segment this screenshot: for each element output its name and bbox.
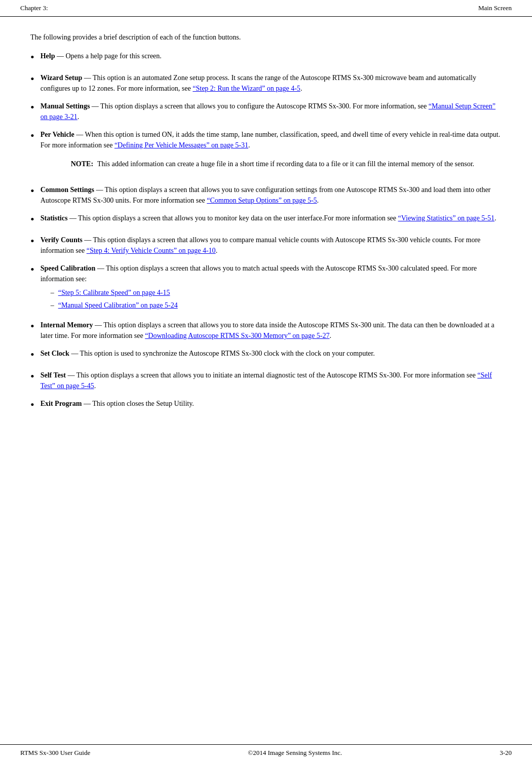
bullet-content: Speed Calibration — This option displays… bbox=[41, 263, 502, 313]
bullet-content: Statistics — This option displays a scre… bbox=[41, 213, 502, 223]
term-speed-calibration: Speed Calibration bbox=[41, 264, 96, 272]
bullet-content: Manual Settings — This option displays a… bbox=[41, 101, 502, 122]
header-right: Main Screen bbox=[478, 4, 512, 12]
list-item: • Speed Calibration — This option displa… bbox=[30, 263, 502, 313]
text-verify-counts-after: . bbox=[216, 247, 218, 254]
bullet-content: Verify Counts — This option displays a s… bbox=[41, 235, 502, 256]
link-per-vehicle[interactable]: “Defining Per Vehicle Messages” on page … bbox=[115, 141, 248, 149]
bullet-dot: • bbox=[30, 70, 34, 87]
sub-list-item: – “Manual Speed Calibration” on page 5-2… bbox=[51, 300, 502, 311]
list-item: • Exit Program — This option closes the … bbox=[30, 398, 502, 413]
term-statistics: Statistics bbox=[41, 214, 68, 222]
text-wizard-setup-after: . bbox=[300, 85, 302, 92]
text-help: — Opens a help page for this screen. bbox=[57, 52, 162, 60]
bullet-dot: • bbox=[30, 211, 34, 227]
bullet-dot: • bbox=[30, 396, 34, 413]
term-manual-settings: Manual Settings bbox=[41, 102, 90, 110]
text-per-vehicle: — When this option is turned ON, it adds… bbox=[41, 131, 501, 149]
bullet-content: Exit Program — This option closes the Se… bbox=[41, 398, 502, 409]
bullet-content: Self Test — This option displays a scree… bbox=[41, 370, 502, 391]
term-help: Help bbox=[41, 52, 55, 60]
list-item: • Set Clock — This option is used to syn… bbox=[30, 348, 502, 363]
footer-right: 3-20 bbox=[500, 749, 512, 757]
bullet-dot: • bbox=[30, 261, 34, 278]
term-verify-counts: Verify Counts bbox=[41, 236, 83, 244]
link-internal-memory[interactable]: “Downloading Autoscope RTMS Sx-300 Memor… bbox=[145, 332, 329, 339]
text-statistics: — This option displays a screen that all… bbox=[69, 214, 398, 222]
list-item: • Manual Settings — This option displays… bbox=[30, 101, 502, 122]
bullet-content: Per Vehicle — When this option is turned… bbox=[41, 129, 502, 177]
link-common-settings[interactable]: “Common Setup Options” on page 5-5 bbox=[207, 197, 317, 204]
speed-calibration-sublist: – “Step 5: Calibrate Speed” on page 4-15… bbox=[51, 287, 502, 311]
footer-left: RTMS Sx-300 User Guide bbox=[20, 749, 90, 757]
text-manual-settings-after: . bbox=[78, 113, 80, 121]
text-common-settings-after: . bbox=[317, 197, 319, 204]
bullet-dot: • bbox=[30, 99, 34, 116]
bullet-dot: • bbox=[30, 233, 34, 249]
sub-list-item: – “Step 5: Calibrate Speed” on page 4-15 bbox=[51, 287, 502, 298]
link-wizard-setup[interactable]: “Step 2: Run the Wizard” on page 4-5 bbox=[193, 85, 300, 92]
sub-dash: – bbox=[51, 300, 54, 311]
term-common-settings: Common Settings bbox=[41, 186, 94, 194]
list-item: • Statistics — This option displays a sc… bbox=[30, 213, 502, 227]
bullet-dot: • bbox=[30, 49, 34, 65]
text-exit-program: — This option closes the Setup Utility. bbox=[84, 400, 194, 407]
list-item: • Common Settings — This option displays… bbox=[30, 184, 502, 206]
term-per-vehicle: Per Vehicle bbox=[41, 131, 74, 138]
bullet-content: Help — Opens a help page for this screen… bbox=[41, 51, 502, 61]
link-verify-counts[interactable]: “Step 4: Verify Vehicle Counts” on page … bbox=[87, 247, 216, 254]
list-item: • Help — Opens a help page for this scre… bbox=[30, 51, 502, 65]
text-self-test-after: . bbox=[94, 382, 96, 390]
page-footer: RTMS Sx-300 User Guide ©2014 Image Sensi… bbox=[0, 744, 532, 761]
page-content: The following provides a brief descripti… bbox=[0, 17, 532, 450]
bullet-dot: • bbox=[30, 346, 34, 363]
bullet-dot: • bbox=[30, 318, 34, 334]
text-statistics-after: . bbox=[495, 214, 497, 222]
bullet-content: Set Clock — This option is used to synch… bbox=[41, 348, 502, 359]
bullet-dot: • bbox=[30, 368, 34, 385]
note-content: This added information can create a huge… bbox=[97, 159, 474, 169]
header-left: Chapter 3: bbox=[20, 4, 48, 12]
term-wizard-setup: Wizard Setup bbox=[41, 74, 83, 82]
text-internal-memory-after: . bbox=[329, 332, 331, 339]
page-header: Chapter 3: Main Screen bbox=[0, 0, 532, 17]
feature-list: • Help — Opens a help page for this scre… bbox=[30, 51, 502, 413]
sub-dash: – bbox=[51, 287, 54, 298]
list-item: • Internal Memory — This option displays… bbox=[30, 320, 502, 341]
bullet-content: Internal Memory — This option displays a… bbox=[41, 320, 502, 341]
bullet-content: Wizard Setup — This option is an automat… bbox=[41, 72, 502, 94]
text-per-vehicle-after: . bbox=[248, 141, 250, 149]
term-internal-memory: Internal Memory bbox=[41, 321, 93, 329]
bullet-dot: • bbox=[30, 127, 34, 144]
list-item: • Verify Counts — This option displays a… bbox=[30, 235, 502, 256]
note-block: NOTE: This added information can create … bbox=[71, 159, 502, 169]
list-item: • Per Vehicle — When this option is turn… bbox=[30, 129, 502, 177]
term-exit-program: Exit Program bbox=[41, 400, 82, 407]
link-manual-speed-calibration[interactable]: “Manual Speed Calibration” on page 5-24 bbox=[58, 300, 178, 311]
text-speed-calibration: — This option displays a screen that all… bbox=[41, 264, 477, 283]
note-text: This added information can create a huge… bbox=[97, 159, 474, 169]
term-set-clock: Set Clock bbox=[41, 350, 69, 357]
text-manual-settings: — This option displays a screen that all… bbox=[92, 102, 429, 110]
link-statistics[interactable]: “Viewing Statistics” on page 5-51 bbox=[398, 214, 495, 222]
bullet-content: Common Settings — This option displays a… bbox=[41, 184, 502, 206]
note-label: NOTE: bbox=[71, 159, 93, 169]
term-self-test: Self Test bbox=[41, 371, 66, 379]
footer-center: ©2014 Image Sensing Systems Inc. bbox=[248, 749, 342, 757]
list-item: • Self Test — This option displays a scr… bbox=[30, 370, 502, 391]
list-item: • Wizard Setup — This option is an autom… bbox=[30, 72, 502, 94]
intro-paragraph: The following provides a brief descripti… bbox=[30, 32, 502, 43]
text-set-clock: — This option is used to synchronize the… bbox=[71, 350, 374, 357]
link-step5-calibrate[interactable]: “Step 5: Calibrate Speed” on page 4-15 bbox=[58, 287, 170, 298]
text-self-test: — This option displays a screen that all… bbox=[67, 371, 477, 379]
bullet-dot: • bbox=[30, 182, 34, 199]
